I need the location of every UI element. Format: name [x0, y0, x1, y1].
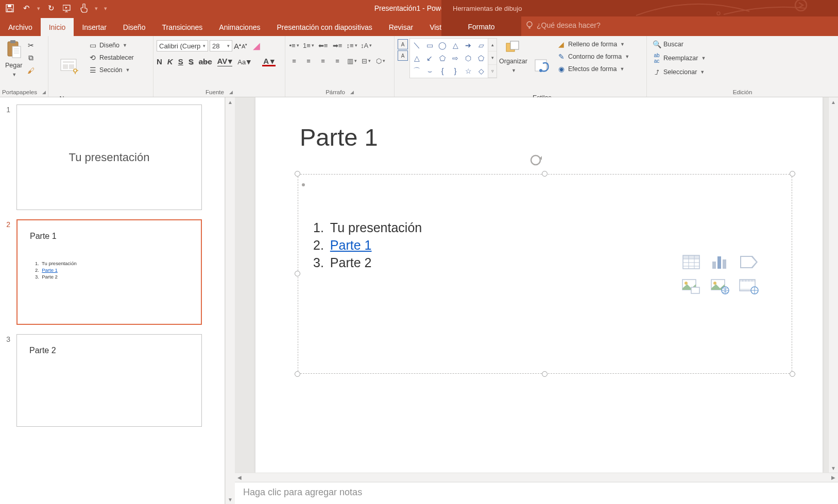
tab-animations[interactable]: Animaciones [211, 18, 268, 36]
dialog-launcher-icon[interactable]: ◢ [42, 90, 46, 95]
shape-outline-button[interactable]: ✎Contorno de forma▼ [555, 51, 631, 62]
font-size-combo[interactable]: 28▾ [210, 40, 232, 51]
paste-button[interactable]: Pegar ▼ [3, 38, 24, 81]
dialog-launcher-icon[interactable]: ◢ [350, 90, 354, 95]
shadow-button[interactable]: S [189, 57, 194, 66]
decorative-swirl-icon [631, 0, 827, 16]
textbox-icon[interactable]: A [398, 39, 408, 49]
insert-chart-icon[interactable] [708, 251, 732, 273]
resize-handle[interactable] [295, 371, 300, 377]
decrease-font-icon[interactable]: A▾ [242, 43, 247, 49]
redo-icon[interactable]: ↻ [44, 2, 58, 15]
section-button[interactable]: ☰Sección▼ [86, 65, 136, 75]
char-spacing-button[interactable]: AV▾ [217, 57, 233, 66]
undo-icon[interactable]: ↶ [20, 2, 33, 15]
insert-smartart-icon[interactable] [737, 251, 761, 273]
insert-video-icon[interactable] [737, 276, 761, 298]
canvas-vscrollbar[interactable]: ▲▼ [828, 97, 838, 473]
slide-title[interactable]: Parte 1 [300, 123, 378, 151]
copy-button[interactable]: ⧉ [24, 53, 38, 63]
font-color-button[interactable]: A▾ [262, 57, 276, 66]
tab-transitions[interactable]: Transiciones [153, 18, 211, 36]
content-list[interactable]: 1.Tu presentación 2.Parte 1 3.Parte 2 [313, 219, 422, 271]
reset-slide-button[interactable]: ⟲Restablecer [86, 53, 136, 63]
italic-button[interactable]: K [167, 57, 173, 66]
slide-thumbnail-1[interactable]: Tu presentación [16, 105, 202, 210]
tab-insert[interactable]: Insertar [74, 18, 114, 36]
tell-me-search[interactable]: ¿Qué desea hacer? [525, 21, 601, 29]
slide-thumbnails-panel[interactable]: 1 Tu presentación 2 Parte 1 1. Tu presen… [0, 97, 225, 504]
tab-review[interactable]: Revisar [381, 18, 421, 36]
smartart-convert-button[interactable]: ⬡▾ [375, 56, 386, 66]
increase-font-icon[interactable]: A▴ [234, 42, 241, 50]
tab-slideshow[interactable]: Presentación con diapositivas [268, 18, 380, 36]
font-name-combo[interactable]: Calibri (Cuerp▾ [157, 40, 208, 51]
shape-fill-button[interactable]: ◢Relleno de forma▼ [555, 39, 631, 49]
shapes-gallery[interactable]: ＼▭◯△➔▱ △↙⬠⇨⬡⬠ ⌒⌣{}☆◇ [409, 38, 488, 78]
align-left-button[interactable]: ≡ [288, 56, 300, 66]
slide-thumbnail-3[interactable]: Parte 2 [16, 334, 202, 427]
resize-handle[interactable] [295, 271, 300, 276]
tab-file[interactable]: Archivo [0, 18, 41, 36]
resize-handle[interactable] [295, 171, 300, 177]
insert-pictures-icon[interactable] [679, 276, 704, 298]
group-paragraph: •≡▾ 1≡▾ ⬅≡ ➡≡ ↕≡▾ ↕A▾ ≡ ≡ ≡ ≡ ▥▾ ⊟▾ ⬡▾ P… [285, 36, 395, 97]
resize-handle[interactable] [790, 371, 795, 377]
decrease-indent-button[interactable]: ⬅≡ [317, 40, 329, 50]
insert-online-pictures-icon[interactable] [708, 276, 732, 298]
scroll-down-icon[interactable]: ▼ [226, 495, 235, 504]
bullets-button[interactable]: •≡▾ [288, 40, 300, 50]
scroll-up-icon[interactable]: ▲ [226, 97, 235, 107]
qat-undo-dropdown[interactable]: ▾ [37, 5, 40, 12]
group-drawing: A A ＼▭◯△➔▱ △↙⬠⇨⬡⬠ ⌒⌣{}☆◇ ▴▾▿ Organizar▼ [395, 36, 647, 97]
text-direction-button[interactable]: ↕A▾ [361, 40, 372, 50]
slide-canvas[interactable]: Parte 1 1.Tu presentación [255, 97, 823, 473]
shape-effects-button[interactable]: ◉Efectos de forma▼ [555, 64, 631, 74]
vert-textbox-icon[interactable]: A [398, 50, 408, 61]
resize-handle[interactable] [542, 171, 548, 177]
qat-touch-dropdown[interactable]: ▾ [95, 5, 98, 12]
tab-format[interactable]: Formato [441, 16, 521, 36]
increase-indent-button[interactable]: ➡≡ [332, 40, 343, 50]
slide-thumbnail-2[interactable]: Parte 1 1. Tu presentación 2. Parte 1 3.… [16, 219, 202, 325]
bold-button[interactable]: N [157, 57, 162, 66]
touch-mode-icon[interactable] [77, 2, 91, 15]
qat-customize-dropdown[interactable]: ▾ [104, 5, 107, 12]
align-right-button[interactable]: ≡ [317, 56, 329, 66]
strikethrough-button[interactable]: abc [199, 57, 212, 66]
quick-access-toolbar: ↶ ▾ ↻ ▾ ▾ [0, 2, 111, 15]
cut-button[interactable]: ✂ [24, 40, 38, 50]
format-painter-button[interactable]: 🖌 [24, 65, 38, 76]
tab-design[interactable]: Diseño [115, 18, 154, 36]
numbering-button[interactable]: 1≡▾ [303, 40, 314, 50]
start-from-beginning-icon[interactable] [61, 2, 74, 15]
align-center-button[interactable]: ≡ [303, 56, 314, 66]
canvas-hscrollbar[interactable]: ◀▶ [235, 473, 838, 482]
save-icon[interactable] [3, 2, 16, 15]
resize-handle[interactable] [542, 371, 548, 377]
line-spacing-button[interactable]: ↕≡▾ [346, 40, 357, 50]
thumbnails-scrollbar[interactable]: ▲ ▼ [225, 97, 235, 504]
find-button[interactable]: 🔍Buscar [650, 39, 708, 49]
select-button[interactable]: ⭜Seleccionar▼ [650, 67, 708, 77]
replace-button[interactable]: abacReemplazar▼ [650, 51, 708, 65]
notes-pane[interactable]: Haga clic para agregar notas [235, 482, 838, 504]
clear-formatting-icon[interactable]: ◢ [253, 40, 260, 51]
shapes-gallery-scroll[interactable]: ▴▾▿ [488, 38, 497, 78]
slide-layout-button[interactable]: ▭Diseño▼ [86, 40, 136, 50]
thumbnail-number: 3 [0, 334, 10, 427]
align-text-button[interactable]: ⊟▾ [361, 56, 372, 66]
svg-rect-18 [63, 61, 74, 63]
dialog-launcher-icon[interactable]: ◢ [229, 90, 233, 95]
justify-button[interactable]: ≡ [332, 56, 343, 66]
arrange-button[interactable]: Organizar▼ [497, 38, 529, 77]
tab-home[interactable]: Inicio [41, 18, 74, 36]
thumbnail-row: 1 Tu presentación [0, 105, 225, 210]
resize-handle[interactable] [790, 171, 795, 177]
rotate-handle-icon[interactable] [528, 153, 543, 167]
content-placeholder[interactable]: 1.Tu presentación 2.Parte 1 3.Parte 2 [298, 174, 792, 374]
change-case-button[interactable]: Aa▾ [237, 57, 251, 66]
insert-table-icon[interactable] [679, 251, 704, 273]
columns-button[interactable]: ▥▾ [346, 56, 357, 66]
underline-button[interactable]: S [178, 57, 183, 66]
